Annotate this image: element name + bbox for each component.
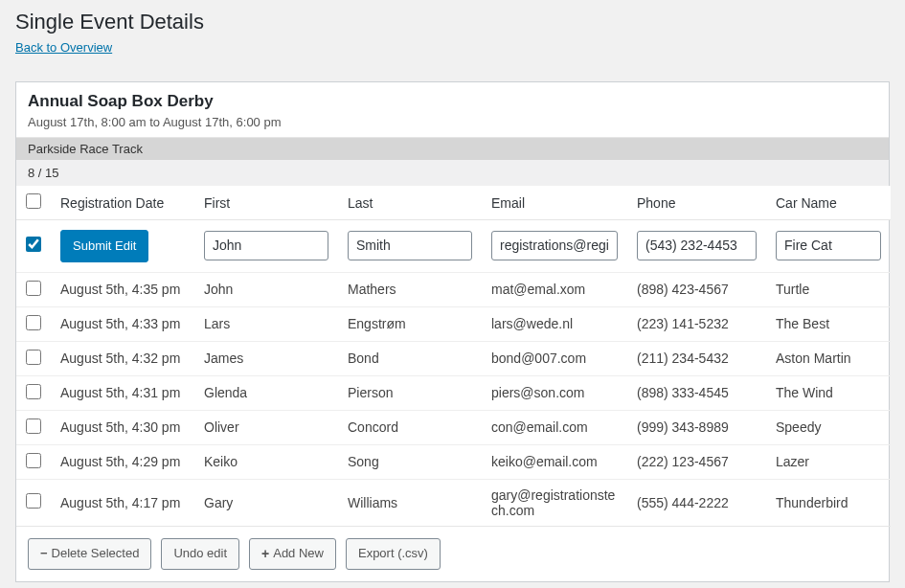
cell-last: Bond [338,341,482,375]
cell-first: Keiko [194,444,338,479]
col-phone[interactable]: Phone [627,186,766,220]
cell-date: August 5th, 4:30 pm [51,410,194,444]
delete-selected-button[interactable]: − Delete Selected [28,538,151,570]
add-label: Add New [273,544,324,563]
cell-car: Speedy [766,410,891,444]
cell-phone: (898) 423-4567 [627,272,766,306]
row-checkbox-edit[interactable] [26,237,41,252]
undo-edit-button[interactable]: Undo edit [161,538,239,570]
cell-phone: (223) 141-5232 [627,306,766,341]
col-email[interactable]: Email [482,186,627,220]
edit-first-input[interactable] [204,231,328,260]
row-checkbox[interactable] [26,384,41,399]
cell-last: Mathers [338,272,482,306]
table-row: August 5th, 4:31 pm Glenda Pierson piers… [16,375,891,410]
cell-phone: (211) 234-5432 [627,341,766,375]
minus-icon: − [40,544,48,563]
select-all-checkbox[interactable] [26,193,41,209]
cell-last: Williams [338,479,482,526]
event-venue: Parkside Race Track [16,138,889,160]
cell-email: gary@registrationstech.com [482,479,627,526]
plus-icon: + [261,544,269,564]
cell-date: August 5th, 4:35 pm [51,272,194,306]
cell-car: The Best [766,306,891,341]
row-checkbox[interactable] [26,493,41,509]
submit-edit-button[interactable]: Submit Edit [60,230,148,262]
col-car-name[interactable]: Car Name [766,186,891,220]
cell-email: mat@emal.xom [482,272,627,306]
event-card: Annual Soap Box Derby August 17th, 8:00 … [15,81,890,582]
cell-last: Engstrøm [338,306,482,341]
cell-phone: (555) 444-2222 [627,479,766,526]
edit-car-input[interactable] [776,231,881,260]
registrations-table: Registration Date First Last Email Phone… [16,186,891,527]
event-date-range: August 17th, 8:00 am to August 17th, 6:0… [28,115,877,129]
row-checkbox[interactable] [26,453,41,468]
row-checkbox[interactable] [26,350,41,365]
edit-email-input[interactable] [491,231,618,260]
table-row: August 5th, 4:33 pm Lars Engstrøm lars@w… [16,306,891,341]
cell-date: August 5th, 4:31 pm [51,375,194,410]
registration-count: 8 / 15 [16,160,889,186]
cell-date: August 5th, 4:29 pm [51,444,194,479]
cell-car: Turtle [766,272,891,306]
row-checkbox[interactable] [26,418,41,434]
cell-date: August 5th, 4:33 pm [51,306,194,341]
row-checkbox[interactable] [26,281,41,296]
cell-last: Pierson [338,375,482,410]
cell-car: Thunderbird [766,479,891,526]
cell-first: Oliver [194,410,338,444]
cell-phone: (999) 343-8989 [627,410,766,444]
table-row: August 5th, 4:32 pm James Bond bond@007.… [16,341,891,375]
edit-row: Submit Edit [16,220,891,273]
table-row: August 5th, 4:29 pm Keiko Song keiko@ema… [16,444,891,479]
cell-last: Concord [338,410,482,444]
table-row: August 5th, 4:17 pm Gary Williams gary@r… [16,479,891,526]
table-row: August 5th, 4:35 pm John Mathers mat@ema… [16,272,891,306]
cell-first: John [194,272,338,306]
cell-first: James [194,341,338,375]
cell-date: August 5th, 4:32 pm [51,341,194,375]
cell-phone: (898) 333-4545 [627,375,766,410]
edit-last-input[interactable] [348,231,472,260]
cell-email: keiko@email.com [482,444,627,479]
cell-email: lars@wede.nl [482,306,627,341]
col-first[interactable]: First [194,186,338,220]
page-title: Single Event Details [15,10,890,34]
cell-email: piers@son.com [482,375,627,410]
cell-date: August 5th, 4:17 pm [51,479,194,526]
cell-first: Lars [194,306,338,341]
row-checkbox[interactable] [26,315,41,330]
col-last[interactable]: Last [338,186,482,220]
cell-car: The Wind [766,375,891,410]
card-header: Annual Soap Box Derby August 17th, 8:00 … [16,82,889,138]
cell-phone: (222) 123-4567 [627,444,766,479]
delete-label: Delete Selected [52,544,140,563]
cell-email: bond@007.com [482,341,627,375]
back-link[interactable]: Back to Overview [15,40,112,55]
cell-car: Lazer [766,444,891,479]
export-csv-button[interactable]: Export (.csv) [346,538,441,570]
col-registration-date[interactable]: Registration Date [51,186,194,220]
cell-last: Song [338,444,482,479]
cell-car: Aston Martin [766,341,891,375]
add-new-button[interactable]: + Add New [249,538,336,570]
cell-first: Glenda [194,375,338,410]
event-title: Annual Soap Box Derby [28,92,877,111]
edit-phone-input[interactable] [637,231,757,260]
cell-email: con@email.com [482,410,627,444]
cell-first: Gary [194,479,338,526]
footer-actions: − Delete Selected Undo edit + Add New Ex… [16,527,889,581]
table-row: August 5th, 4:30 pm Oliver Concord con@e… [16,410,891,444]
